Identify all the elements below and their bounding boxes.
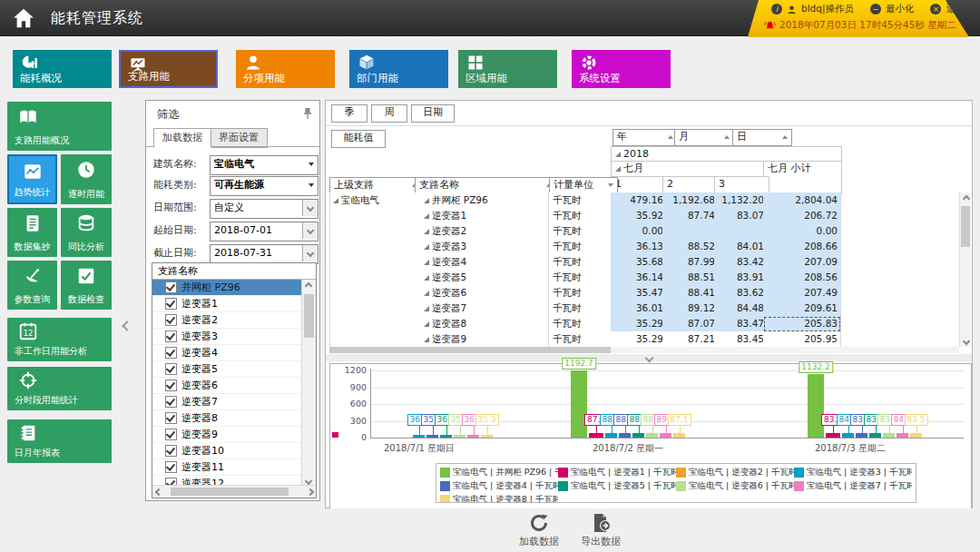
expand-icon[interactable] xyxy=(424,321,429,327)
scroll-thumb[interactable] xyxy=(304,294,314,338)
exit-icon[interactable]: × xyxy=(930,4,941,15)
expand-icon[interactable] xyxy=(424,275,429,281)
sidebar-item-parameter-query[interactable]: 参数查询 xyxy=(7,261,57,310)
branch-list-item[interactable]: 逆变器3 xyxy=(152,329,301,345)
pivot-branch-cell[interactable]: 并网柜 PZ96 xyxy=(415,192,549,209)
checkbox-icon[interactable] xyxy=(165,363,177,375)
pivot-unit-cell[interactable]: 千瓦时 xyxy=(549,192,614,209)
pivot-value-cell[interactable]: 83.07 xyxy=(714,208,768,224)
pivot-branch-cell[interactable]: 逆变器6 xyxy=(415,285,549,301)
dropdown-chevron-icon[interactable] xyxy=(302,245,318,261)
pivot-value-cell[interactable]: 0.00 xyxy=(611,223,667,240)
pivot-value-cell[interactable]: 84.48 xyxy=(714,301,768,317)
sidebar-item-data-collection[interactable]: 数据集抄 xyxy=(7,208,57,257)
pivot-value-cell[interactable]: 2,804.04 xyxy=(763,192,841,209)
branch-list-item[interactable]: 逆变器6 xyxy=(152,378,301,394)
branch-list-item[interactable]: 逆变器11 xyxy=(152,459,301,476)
pivot-branch-cell[interactable]: 逆变器5 xyxy=(415,270,549,286)
pivot-value-cell[interactable]: 83.47 xyxy=(714,316,768,332)
scroll-thumb[interactable] xyxy=(329,347,611,353)
branch-list-item[interactable]: 逆变器7 xyxy=(152,394,301,410)
checkbox-icon[interactable] xyxy=(165,281,177,293)
pivot-branch-cell[interactable]: 逆变器4 xyxy=(415,254,549,271)
branch-list-item[interactable]: 并网柜 PZ96 xyxy=(152,280,301,296)
load-data-button[interactable]: 加载数据 xyxy=(514,512,564,548)
tab-ui-settings[interactable]: 界面设置 xyxy=(210,128,268,148)
checkbox-icon[interactable] xyxy=(165,330,177,342)
pivot-unit-cell[interactable]: 千瓦时 xyxy=(549,331,614,348)
pin-icon[interactable] xyxy=(303,108,312,119)
pivot-value-cell[interactable]: 35.29 xyxy=(611,331,667,348)
day-header-3[interactable]: 3 xyxy=(714,176,769,194)
pivot-value-cell[interactable]: 88.51 xyxy=(662,270,719,286)
pivot-value-cell[interactable]: 36.14 xyxy=(611,270,667,286)
pivot-value-cell[interactable]: 88.41 xyxy=(662,285,719,301)
branch-list-item[interactable]: 逆变器8 xyxy=(152,410,301,427)
pivot-value-cell[interactable]: 207.49 xyxy=(763,285,841,301)
pivot-value-cell[interactable]: 1,132.20 xyxy=(714,192,768,209)
chart-splitter[interactable] xyxy=(326,354,972,361)
pivot-value-cell[interactable]: 35.68 xyxy=(611,254,667,271)
pivot-value-cell[interactable]: 87.21 xyxy=(662,331,719,348)
pivot-value-cell[interactable]: 87.99 xyxy=(662,254,719,271)
start-date-input[interactable]: 2018-07-01 xyxy=(210,222,318,242)
pivot-value-cell[interactable]: 84.01 xyxy=(714,239,768,255)
building-name-select[interactable]: 宝临电气 xyxy=(210,155,318,175)
pivot-unit-cell[interactable]: 千瓦时 xyxy=(549,301,614,317)
pivot-branch-cell[interactable]: 逆变器9 xyxy=(415,331,549,348)
pivot-branch-cell[interactable]: 逆变器1 xyxy=(415,208,549,224)
pivot-value-cell[interactable]: 35.47 xyxy=(611,285,667,301)
pivot-value-cell[interactable]: 1,192.68 xyxy=(662,192,719,209)
exit-label[interactable]: 退出 xyxy=(946,3,965,15)
pivot-value-cell[interactable] xyxy=(714,223,768,240)
pivot-value-cell[interactable] xyxy=(662,223,719,240)
pivot-branch-cell[interactable]: 逆变器8 xyxy=(415,316,549,332)
sidebar-item-yoy-analysis[interactable]: 同比分析 xyxy=(61,208,112,257)
branch-list-item[interactable]: 逆变器9 xyxy=(152,427,301,443)
checkbox-icon[interactable] xyxy=(165,396,177,408)
minimize-label[interactable]: 最小化 xyxy=(886,3,915,15)
pivot-hscrollbar[interactable] xyxy=(329,347,959,353)
pivot-value-cell[interactable]: 35.29 xyxy=(611,316,667,332)
pivot-value-cell[interactable]: 83.45 xyxy=(714,331,768,348)
export-data-button[interactable]: 导出数据 xyxy=(575,512,626,548)
sidebar-item-daily-monthly-yearly-report[interactable]: 日月年报表 xyxy=(7,419,112,463)
pivot-value-cell[interactable]: 36.13 xyxy=(611,239,667,255)
pivot-branch-cell[interactable]: 逆变器2 xyxy=(415,223,549,240)
day-header-1[interactable]: 1 xyxy=(611,176,669,194)
branch-list-item[interactable]: 逆变器2 xyxy=(152,312,301,329)
pivot-value-cell[interactable]: 208.66 xyxy=(763,239,841,255)
info-icon[interactable]: i xyxy=(771,4,782,15)
scroll-down-icon[interactable] xyxy=(960,335,972,347)
sidebar-item-hourly-energy[interactable]: 逐时用能 xyxy=(61,154,112,204)
pivot-value-cell[interactable]: 83.91 xyxy=(714,270,768,286)
expand-icon[interactable] xyxy=(424,244,429,250)
pivot-unit-cell[interactable]: 千瓦时 xyxy=(549,270,614,286)
nav-tab-area-energy[interactable]: 区域用能 xyxy=(458,50,557,88)
energy-type-select[interactable]: 可再生能源 xyxy=(210,176,318,196)
checkbox-icon[interactable] xyxy=(165,298,177,310)
pivot-value-cell[interactable]: 36.01 xyxy=(611,301,667,317)
field-week[interactable]: 周 xyxy=(371,104,407,123)
expand-icon[interactable] xyxy=(424,260,429,265)
month-total-header[interactable]: 七月 小计 xyxy=(763,161,842,194)
sidebar-collapse-handle[interactable] xyxy=(123,316,136,336)
checkbox-icon[interactable] xyxy=(165,347,177,359)
field-month[interactable]: 月 xyxy=(674,129,734,146)
expand-icon[interactable] xyxy=(424,337,429,342)
sidebar-item-nonworkday-analysis[interactable]: 12 非工作日用能分析 xyxy=(7,318,112,361)
pivot-branch-cell[interactable]: 逆变器3 xyxy=(415,239,549,255)
checkbox-icon[interactable] xyxy=(165,314,177,326)
expand-icon[interactable] xyxy=(424,213,429,219)
scroll-left-icon[interactable] xyxy=(152,486,164,498)
day-header-2[interactable]: 2 xyxy=(662,176,720,194)
field-quarter[interactable]: 季 xyxy=(331,104,368,123)
pivot-value-cell[interactable]: 206.72 xyxy=(763,208,841,224)
pivot-unit-cell[interactable]: 千瓦时 xyxy=(549,285,614,301)
field-day[interactable]: 日 xyxy=(732,129,792,146)
field-date[interactable]: 日期 xyxy=(411,104,455,123)
date-range-select[interactable]: 自定义 xyxy=(210,199,318,219)
nav-tab-department-energy[interactable]: 部门用能 xyxy=(349,50,448,88)
branch-list-vscrollbar[interactable] xyxy=(301,280,316,487)
nav-tab-system-settings[interactable]: 系统设置 xyxy=(572,50,671,88)
